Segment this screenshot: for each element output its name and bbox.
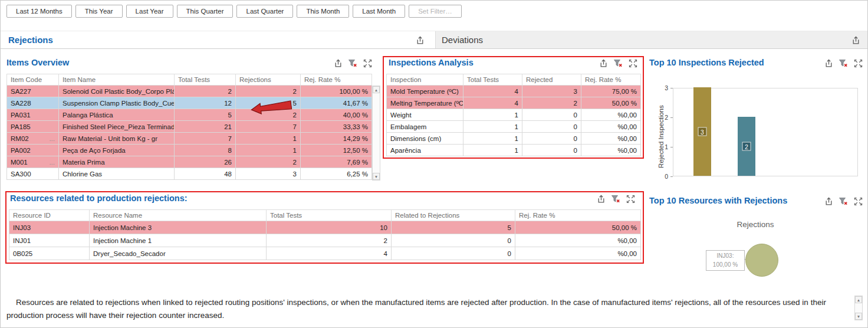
table-cell[interactable]: SA300 bbox=[7, 168, 59, 180]
table-cell[interactable]: Raw Material - Unit bom Kg - gr bbox=[59, 133, 175, 145]
table-cell[interactable]: 2 bbox=[236, 109, 301, 121]
table-row[interactable]: SA300Chlorine Gas4836,25 % bbox=[7, 168, 372, 180]
column-header[interactable]: Inspection bbox=[387, 74, 463, 86]
table-cell[interactable]: Finished Steel Piece_Pieza Terminad... bbox=[59, 121, 175, 133]
table-cell[interactable]: 26 bbox=[175, 156, 236, 168]
export-icon[interactable] bbox=[415, 35, 425, 45]
export-icon[interactable] bbox=[824, 196, 833, 206]
table-cell[interactable]: Melting Temperature (ºC) bbox=[387, 97, 463, 109]
table-cell[interactable]: 7,69 % bbox=[301, 156, 372, 168]
table-row[interactable]: SA227Solenoid Coil Plastic Body_Corpo Pl… bbox=[7, 86, 372, 97]
table-cell[interactable]: 41,67 % bbox=[301, 97, 372, 109]
table-row[interactable]: INJ03Injection Machine 310550,00 % bbox=[9, 221, 641, 234]
table-cell[interactable]: 100,00 % bbox=[301, 86, 372, 97]
expand-icon[interactable] bbox=[628, 58, 637, 68]
table-cell[interactable]: Embalagem bbox=[387, 121, 463, 133]
items-table-scrollbar[interactable]: ▲ ▼ bbox=[372, 86, 380, 181]
table-cell[interactable]: RM02... bbox=[7, 133, 59, 145]
tab-deviations[interactable]: Deviations bbox=[435, 31, 867, 48]
table-cell[interactable]: 5 bbox=[236, 97, 301, 109]
table-cell[interactable]: 0 bbox=[392, 247, 515, 260]
column-header[interactable]: Total Tests bbox=[463, 74, 522, 86]
table-cell[interactable]: 2 bbox=[175, 86, 236, 97]
filter-last-month-button[interactable]: Last Month bbox=[353, 5, 405, 18]
table-row[interactable]: INJ01Injection Machine 120%0,00 bbox=[9, 234, 641, 247]
table-cell[interactable]: SA227 bbox=[7, 86, 59, 97]
table-row[interactable]: Embalagem10%0,00 bbox=[387, 121, 641, 133]
table-cell[interactable]: %0,00 bbox=[581, 145, 641, 156]
table-cell[interactable]: Chlorine Gas bbox=[59, 168, 175, 180]
set-filter-button[interactable]: Set Filter… bbox=[409, 5, 462, 18]
table-cell[interactable]: Injection Machine 1 bbox=[90, 234, 267, 247]
table-cell[interactable]: 33,33 % bbox=[301, 121, 372, 133]
clear-filter-icon[interactable] bbox=[839, 58, 848, 68]
table-cell[interactable]: PA002 bbox=[7, 145, 59, 156]
column-header[interactable]: Item Name bbox=[59, 74, 175, 86]
table-cell[interactable]: 1 bbox=[236, 145, 301, 156]
table-row[interactable]: PA185Finished Steel Piece_Pieza Terminad… bbox=[7, 121, 372, 133]
export-icon[interactable] bbox=[596, 194, 606, 204]
export-icon[interactable] bbox=[333, 58, 343, 68]
column-header[interactable]: Rejections bbox=[236, 74, 301, 86]
table-row[interactable]: Dimensions (cm)10%0,00 bbox=[387, 133, 641, 145]
table-cell[interactable]: INJ03 bbox=[9, 221, 90, 234]
clear-filter-icon[interactable] bbox=[839, 196, 848, 206]
scroll-down-button[interactable]: ▼ bbox=[855, 313, 862, 320]
column-header[interactable]: Total Tests bbox=[267, 210, 392, 221]
table-cell[interactable]: Palanga Plástica bbox=[59, 109, 175, 121]
table-cell[interactable]: INJ01 bbox=[9, 234, 90, 247]
tab-rejections[interactable]: Rejections bbox=[1, 31, 435, 48]
table-cell[interactable]: 75,00 % bbox=[581, 86, 641, 97]
table-cell[interactable]: 1 bbox=[463, 121, 522, 133]
column-header[interactable]: Rejected bbox=[522, 74, 581, 86]
table-cell[interactable]: 1 bbox=[463, 145, 522, 156]
table-cell[interactable]: Solenoid Coil Plastic Body_Corpo Plá... bbox=[59, 86, 175, 97]
table-cell[interactable]: 12 bbox=[175, 97, 236, 109]
table-cell[interactable]: 7 bbox=[175, 133, 236, 145]
table-cell[interactable]: 1 bbox=[463, 109, 522, 121]
table-cell[interactable]: PA185 bbox=[7, 121, 59, 133]
table-row[interactable]: Aparência10%0,00 bbox=[387, 145, 641, 156]
column-header[interactable]: Total Tests bbox=[175, 74, 236, 86]
filter-last-year-button[interactable]: Last Year bbox=[126, 5, 173, 18]
expand-icon[interactable] bbox=[853, 196, 863, 206]
export-icon[interactable] bbox=[851, 35, 860, 45]
table-cell[interactable]: %0,00 bbox=[581, 133, 641, 145]
table-cell[interactable]: 6,25 % bbox=[301, 168, 372, 180]
column-header[interactable]: Rej. Rate % bbox=[301, 74, 372, 86]
table-cell[interactable]: Dimensions (cm) bbox=[387, 133, 463, 145]
table-cell[interactable]: 0 bbox=[522, 121, 581, 133]
scroll-up-button[interactable]: ▲ bbox=[373, 86, 380, 93]
table-cell[interactable]: 7 bbox=[236, 121, 301, 133]
table-cell[interactable]: 21 bbox=[175, 121, 236, 133]
table-cell[interactable]: 14,29 % bbox=[301, 133, 372, 145]
table-cell[interactable]: 0B025 bbox=[9, 247, 90, 260]
table-row[interactable]: Mold Temperature (ºC)4375,00 % bbox=[387, 86, 641, 97]
table-cell[interactable]: M001... bbox=[7, 156, 59, 168]
filter-last-quarter-button[interactable]: Last Quarter bbox=[236, 5, 293, 18]
table-row[interactable]: Weight10%0,00 bbox=[387, 109, 641, 121]
expand-icon[interactable] bbox=[626, 194, 635, 204]
table-row[interactable]: 0B025Dryer_Secado_Secador40%0,00 bbox=[9, 247, 641, 260]
table-cell[interactable]: SA228 bbox=[7, 97, 59, 109]
table-cell[interactable]: 4 bbox=[267, 247, 392, 260]
table-cell[interactable]: 5 bbox=[392, 221, 515, 234]
table-cell[interactable]: 3 bbox=[236, 168, 301, 180]
table-cell[interactable]: Aparência bbox=[387, 145, 463, 156]
table-cell[interactable]: 1 bbox=[463, 133, 522, 145]
clear-filter-icon[interactable] bbox=[613, 58, 623, 68]
expand-icon[interactable] bbox=[853, 58, 863, 68]
footnote-scrollbar[interactable]: ▲ ▼ bbox=[854, 296, 863, 320]
table-row[interactable]: Melting Temperature (ºC)4250,00 % bbox=[387, 97, 641, 109]
column-header[interactable]: Rej. Rate % bbox=[581, 74, 641, 86]
clear-filter-icon[interactable] bbox=[348, 58, 357, 68]
table-cell[interactable]: Injection Machine 3 bbox=[90, 221, 267, 234]
table-cell[interactable]: 50,00 % bbox=[515, 221, 641, 234]
table-row[interactable]: SA228Suspension Clamp Plastic Body_Cue..… bbox=[7, 97, 372, 109]
table-cell[interactable]: 0 bbox=[522, 133, 581, 145]
table-cell[interactable]: Peça de Aço Forjada bbox=[59, 145, 175, 156]
filter-last-12-months-button[interactable]: Last 12 Months bbox=[6, 5, 72, 18]
table-cell[interactable]: %0,00 bbox=[515, 234, 641, 247]
bar-2[interactable]: 2 bbox=[738, 117, 755, 176]
table-cell[interactable]: %0,00 bbox=[581, 109, 641, 121]
